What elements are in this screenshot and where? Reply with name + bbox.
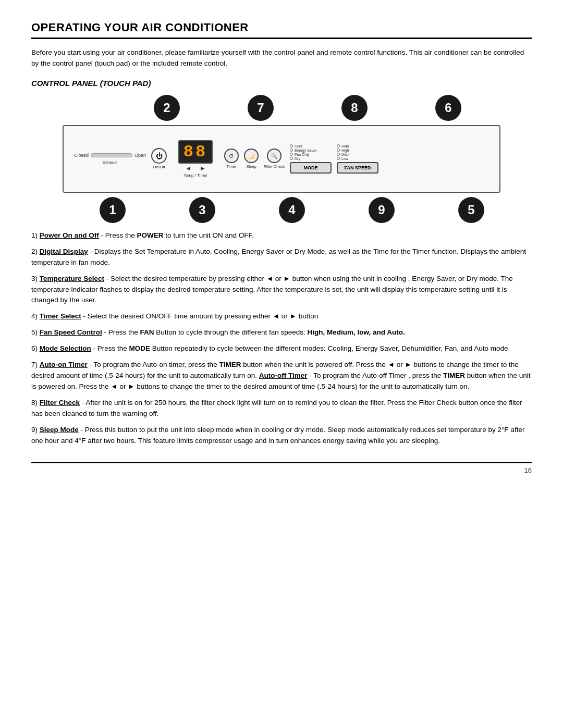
med-label: Med [341,153,349,156]
instruction-8-label: Filter Check [40,399,80,406]
instruction-4: 4) Timer Select - Select the desired ON/… [31,311,532,322]
fan-only-label: Fan Only [295,153,309,156]
instruction-7-label: Auto-on Timer [40,361,88,368]
timer-button-label: Timer [227,164,237,169]
mode-energy-row: Energy Saver [290,149,332,152]
panel-buttons-section: ⏱ Timer 🌙 Sleep 🔍 Filter Check [224,149,285,169]
timer-button-icon: ⏱ [224,149,239,163]
page: OPERATING YOUR AIR CONDITIONER Before yo… [0,0,563,728]
slider-closed-label: Closed [74,153,89,158]
instruction-5-fan: FAN [140,328,154,336]
sleep-button-icon: 🌙 [244,149,259,163]
arrow-right: ► [200,165,206,172]
cool-label: Cool [295,144,302,148]
cool-dot [290,144,293,147]
section-title: CONTROL PANEL (TOUCH PAD) [31,79,532,88]
instruction-6: 6) Mode Selection - Press the MODE Butto… [31,343,532,354]
mode-fan-row: Fan Only [290,153,332,156]
mode-indicators: Cool Energy Saver Fan Only Dry [290,144,332,161]
slider-open-label: Open [134,153,146,158]
filter-check-button-section: 🔍 Filter Check [264,149,285,169]
instruction-5: 5) Fan Speed Control - Press the FAN But… [31,327,532,338]
intro-text: Before you start using your air conditio… [31,47,532,69]
bubble-7: 7 [248,95,274,121]
high-label: High [341,149,349,152]
panel-onoff-section: ⏻ On/Off [151,148,167,169]
instruction-2-label: Digital Display [40,248,88,255]
instructions-list: 1) Power On and Off - Press the POWER to… [31,230,532,447]
bubble-6: 6 [435,95,461,121]
instruction-3-label: Temperature Select [40,275,104,282]
instruction-4-label: Timer Select [40,312,81,320]
instruction-1-label: Power On and Off [40,231,99,239]
fan-only-dot [290,153,293,156]
low-label: Low [341,157,348,161]
control-panel-box: Closed Open Exhaust ⏻ On/Off 88 ◄ [63,125,500,193]
instruction-7: 7) Auto-on Timer - To program the Auto-o… [31,360,532,392]
mode-dry-row: Dry [290,157,332,161]
panel-slider-section: Closed Open Exhaust [74,153,146,165]
energy-saver-label: Energy Saver [295,149,316,152]
sleep-button-label: Sleep [246,164,256,169]
dry-label: Dry [295,157,300,161]
bubble-1: 1 [100,197,126,223]
bubble-9: 9 [369,197,395,223]
display-screen: 88 [178,140,213,164]
dry-dot [290,157,293,160]
instruction-6-mode: MODE [129,344,151,352]
med-dot [337,153,340,156]
mode-indicators-section: Cool Energy Saver Fan Only Dry [290,144,332,174]
fan-auto-row: Auto [337,144,378,148]
panel-inner: Closed Open Exhaust ⏻ On/Off 88 ◄ [74,140,489,178]
onoff-label: On/Off [153,165,165,169]
fan-med-row: Med [337,153,378,156]
instruction-6-label: Mode Selection [40,344,91,352]
filter-check-button-label: Filter Check [264,164,285,169]
energy-saver-dot [290,149,293,152]
instruction-7-timer: TIMER [219,361,241,368]
temp-timer-label: Temp / Timer [183,173,207,178]
instruction-9: 9) Sleep Mode - Press this button to put… [31,425,532,447]
bubble-5: 5 [458,197,484,223]
display-arrows: ◄ ► [185,165,206,172]
page-number: 16 [524,466,532,474]
sleep-button-section: 🌙 Sleep [244,149,259,169]
page-title: OPERATING YOUR AIR CONDITIONER [31,21,532,39]
page-footer: 16 [31,462,532,474]
power-icon: ⏻ [151,148,167,164]
instruction-3: 3) Temperature Select - Select the desir… [31,274,532,306]
mode-cool-row: Cool [290,144,332,148]
high-dot [337,149,340,152]
instruction-5-label: Fan Speed Control [40,328,102,336]
fan-indicators: Auto High Med Low [337,144,378,161]
fan-low-row: Low [337,157,378,161]
instruction-1: 1) Power On and Off - Press the POWER to… [31,230,532,241]
fan-speed-button: FAN SPEED [337,162,378,174]
slider-area: Closed Open [74,153,146,158]
instruction-1-power: POWER [137,231,164,239]
bubble-4: 4 [279,197,305,223]
slider-bar [91,153,132,157]
instruction-9-label: Sleep Mode [40,426,79,434]
instruction-5-speeds: High, Medium, low, and Auto. [308,328,405,336]
mode-button: MODE [290,162,332,174]
bubble-3: 3 [189,197,215,223]
auto-label: Auto [341,144,349,148]
fan-speed-section: Auto High Med Low [337,144,378,174]
instruction-8: 8) Filter Check - After the unit is on f… [31,398,532,419]
exhaust-label: Exhaust [103,160,118,165]
arrow-left: ◄ [185,165,191,172]
timer-button-section: ⏱ Timer [224,149,239,169]
fan-high-row: High [337,149,378,152]
filter-check-button-icon: 🔍 [267,149,282,163]
panel-display-section: 88 ◄ ► Temp / Timer [172,140,219,178]
instruction-7-label2: Auto-off Timer [259,372,308,379]
bubble-8: 8 [341,95,368,121]
instruction-2: 2) Digital Display - Displays the Set Te… [31,246,532,268]
bubble-2: 2 [154,95,180,121]
low-dot [337,157,340,160]
auto-dot [337,144,340,147]
control-panel-diagram: 2 7 8 6 Closed Open Exhaust ⏻ [47,95,516,223]
instruction-7-timer2: TIMER [443,372,465,379]
